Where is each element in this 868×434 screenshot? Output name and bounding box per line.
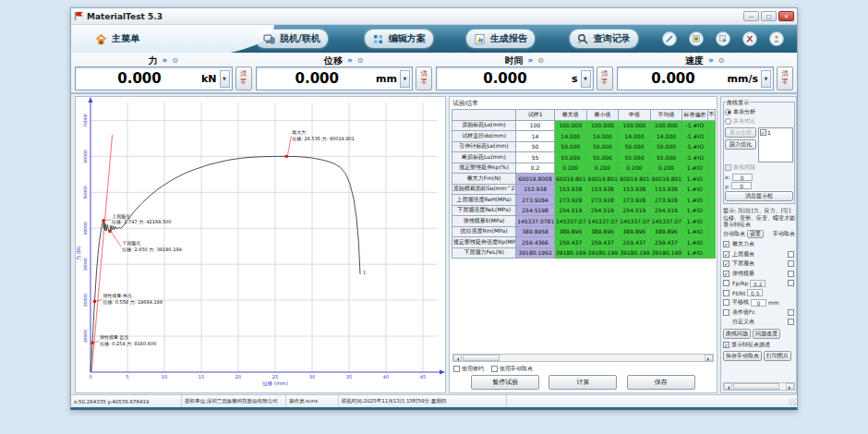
point-secondary-checkbox[interactable] [788, 251, 794, 258]
sample-value[interactable]: 14 [516, 131, 555, 142]
tools-icon[interactable] [742, 31, 757, 46]
point-enable-checkbox[interactable] [723, 299, 729, 306]
user-icon[interactable] [769, 31, 784, 46]
point-secondary-checkbox[interactable] [788, 271, 794, 277]
point-enable-checkbox[interactable]: ✓ [723, 271, 729, 277]
export-icon[interactable] [716, 31, 730, 46]
sample-value[interactable]: 39180.1992 [516, 247, 555, 259]
point-secondary-checkbox[interactable] [788, 280, 794, 286]
auto-point-settings-button[interactable]: 设置 [747, 230, 764, 238]
point-secondary-checkbox[interactable] [788, 260, 794, 267]
menu-item-1[interactable]: 主菜单 [88, 30, 147, 48]
sample-value[interactable]: 100 [516, 120, 555, 131]
sample-value[interactable]: 60019.8008 [516, 174, 555, 185]
sample-value[interactable]: 153.938 [516, 184, 555, 195]
sample-value[interactable]: 145337.0781 [516, 216, 555, 227]
force-displacement-chart[interactable]: 0510152025303540451000020000300004000050… [76, 97, 445, 392]
unit-dropdown-icon[interactable]: ▼ [220, 70, 230, 88]
target-icon[interactable]: ⊙ [172, 57, 178, 65]
use-manual-point-checkbox[interactable] [491, 366, 498, 372]
maximize-button[interactable]: □ [761, 11, 777, 21]
scrollbar-thumb[interactable] [463, 355, 500, 361]
point-enable-checkbox[interactable]: ✓ [723, 251, 729, 258]
point-enable-checkbox[interactable]: ✓ [723, 260, 729, 267]
scroll-left-icon[interactable] [724, 383, 732, 390]
fast-forward-icon[interactable]: » [708, 56, 714, 65]
pause-test-button[interactable]: 暂停试验 [471, 375, 539, 390]
unit-dropdown-icon[interactable]: ▼ [400, 70, 410, 88]
unit-dropdown-icon[interactable]: ▼ [761, 70, 771, 88]
target-icon[interactable]: ⊙ [537, 57, 544, 65]
menu-item-4[interactable]: 生成报告 [466, 30, 535, 48]
sample-value[interactable]: 254.5198 [516, 205, 555, 216]
curve-replay-button[interactable]: 曲线回放 [723, 329, 751, 339]
resize-grip[interactable] [789, 398, 796, 405]
point-value-input[interactable]: 0 [751, 299, 766, 307]
menu-item-2[interactable]: 脱机/联机 [256, 30, 328, 48]
point-enable-checkbox[interactable] [723, 290, 729, 296]
curve-interval-checkbox[interactable] [725, 164, 731, 171]
target-icon[interactable]: ⊙ [357, 57, 364, 65]
point-value-input[interactable]: 0.5 [747, 289, 763, 296]
curve-listbox[interactable]: ✓ 1 [758, 127, 793, 163]
point-secondary-checkbox[interactable] [788, 319, 794, 325]
close-button[interactable]: ✕ [778, 11, 794, 21]
y-offset-input[interactable]: 0 [731, 182, 752, 189]
svg-text:20: 20 [235, 374, 241, 380]
print-image-button[interactable]: 打印图片 [764, 351, 791, 361]
login-time: 联机时间:2025年11月13日 15时58分 星期四 [339, 395, 507, 407]
sidebar-horizontal-scrollbar[interactable] [723, 382, 795, 391]
results-horizontal-scrollbar[interactable] [452, 354, 714, 362]
point-value-input[interactable]: 0.2 [750, 280, 766, 287]
show-all-button[interactable]: 显示全部 [725, 127, 756, 138]
pencil-icon[interactable] [662, 31, 677, 46]
menu-item-5[interactable]: 查询记录 [570, 30, 638, 48]
title-bar[interactable]: MaterialTest 5.3 — □ ✕ [71, 8, 797, 25]
curve-chart-panel[interactable]: 0510152025303540451000020000300004000050… [75, 96, 446, 393]
menu-item-3[interactable]: 编辑方案 [365, 30, 433, 48]
min-value: 254.519 [586, 205, 619, 216]
point-enable-checkbox[interactable] [723, 309, 729, 316]
fast-forward-icon[interactable]: » [347, 56, 353, 65]
report-settings-icon[interactable] [689, 31, 704, 46]
target-icon[interactable]: ⊙ [718, 57, 725, 65]
scroll-left-icon[interactable] [453, 355, 462, 361]
use-rounding-checkbox[interactable] [453, 366, 460, 372]
point-enable-checkbox[interactable]: ✓ [723, 241, 729, 247]
fast-forward-icon[interactable]: » [162, 56, 167, 65]
sample-value[interactable]: 389.8958 [516, 226, 555, 237]
show-feature-desc-checkbox[interactable]: ✓ [723, 342, 729, 348]
sample-value[interactable]: 50 [516, 141, 555, 152]
clear-zero-button[interactable]: 清零 [416, 66, 432, 90]
scroll-right-icon[interactable] [786, 383, 794, 390]
replay-speed-button[interactable]: 回放速度 [753, 329, 780, 339]
message-box-button[interactable]: 消息提示框 [725, 191, 793, 201]
save-manual-points-button[interactable]: 保存手动取点 [723, 351, 762, 361]
sample-value[interactable]: 55 [516, 152, 555, 163]
fast-forward-icon[interactable]: » [527, 56, 533, 65]
force-optimize-button[interactable]: 脱力优化 [725, 139, 756, 150]
clear-zero-button[interactable]: 清零 [777, 66, 793, 90]
sample-value[interactable]: 273.9284 [516, 195, 555, 206]
point-enable-checkbox[interactable] [723, 280, 729, 286]
clear-zero-button[interactable]: 清零 [597, 66, 613, 90]
scroll-right-icon[interactable] [705, 355, 713, 361]
unit-dropdown-icon[interactable]: ▼ [581, 70, 591, 88]
point-secondary-checkbox[interactable] [788, 309, 794, 316]
scrollbar-thumb[interactable] [733, 383, 779, 390]
minimize-button[interactable]: — [743, 11, 759, 21]
menu-item-label: 主菜单 [112, 32, 139, 45]
row-label: 断后标距Lu(mm) [452, 152, 516, 163]
sample-value[interactable]: 0.2 [516, 163, 555, 174]
svg-text:25: 25 [272, 374, 278, 380]
sample-value[interactable]: 259.4366 [516, 237, 555, 248]
row-label: 原始横截面积So(mm^2) [452, 184, 516, 195]
x-offset-input[interactable]: 0 [732, 174, 753, 181]
clear-zero-button[interactable]: 清零 [235, 66, 252, 90]
save-button[interactable]: 保存 [627, 375, 695, 390]
multi-compare-radio[interactable] [725, 118, 731, 125]
single-analysis-radio[interactable] [725, 109, 731, 115]
curve-1-checkbox[interactable]: ✓ [760, 129, 766, 136]
avg-value: 14.000 [650, 131, 682, 142]
calculate-button[interactable]: 计算 [549, 375, 617, 390]
